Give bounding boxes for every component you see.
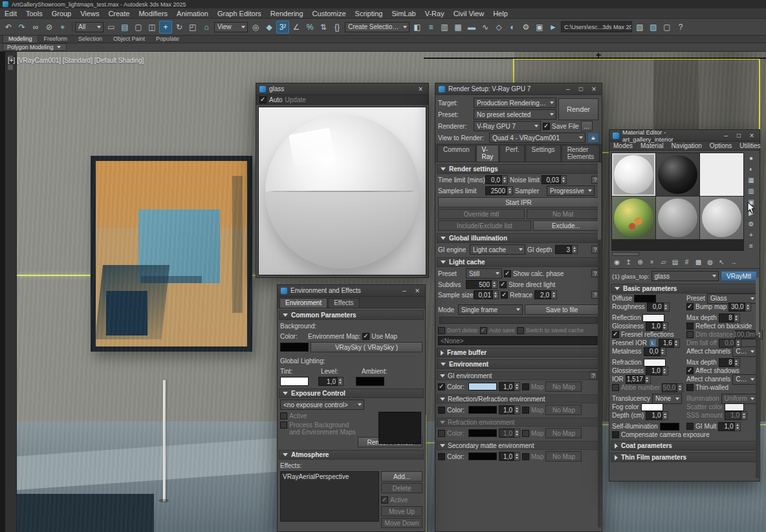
spinner-arrows-icon[interactable] bbox=[677, 383, 683, 392]
schematic-view-icon[interactable]: ◇ bbox=[492, 21, 505, 34]
isolate-selection-icon[interactable]: ▢ bbox=[661, 21, 673, 34]
minimize-icon[interactable] bbox=[564, 85, 573, 93]
refr-env-no-map-button[interactable]: No Map bbox=[545, 428, 582, 438]
sample-uv-tiling-icon[interactable]: ▥ bbox=[746, 186, 757, 196]
reset-map-icon[interactable]: × bbox=[646, 257, 657, 267]
tab-common[interactable]: Common bbox=[437, 145, 476, 162]
render-button[interactable]: Render bbox=[558, 98, 598, 120]
start-ipr-button[interactable]: Start IPR bbox=[438, 197, 599, 207]
menu-item[interactable]: Help bbox=[488, 9, 512, 18]
renderer-dropdown[interactable]: V-Ray GPU 7 bbox=[474, 121, 541, 131]
menu-item[interactable]: Material bbox=[637, 142, 668, 149]
fresnel-ior-spinner[interactable]: 1,6 bbox=[659, 339, 680, 348]
select-and-manipulate-icon[interactable]: ◆ bbox=[263, 21, 276, 34]
use-pivot-center-icon[interactable]: ◎ bbox=[249, 21, 262, 34]
matte-env-no-map-button[interactable]: No Map bbox=[545, 451, 582, 462]
mode-dropdown[interactable]: Single frame bbox=[458, 304, 523, 315]
tab-settings[interactable]: Settings bbox=[525, 145, 560, 162]
percent-snap-icon[interactable]: % bbox=[303, 21, 316, 34]
show-map-in-viewport-icon[interactable]: ▩ bbox=[693, 257, 704, 267]
abbe-number-checkbox[interactable] bbox=[612, 384, 619, 391]
select-and-place-icon[interactable]: ⌂ bbox=[200, 21, 213, 34]
angle-snap-icon[interactable]: ∠ bbox=[290, 21, 303, 34]
subdivs-spinner[interactable]: 500 bbox=[466, 280, 498, 289]
samples-limit-spinner[interactable]: 2500 bbox=[485, 186, 513, 195]
matte-env-color-swatch[interactable] bbox=[468, 452, 497, 460]
select-object-icon[interactable]: ▭ bbox=[105, 21, 118, 34]
video-color-check-icon[interactable]: ▣ bbox=[746, 197, 757, 207]
tab-effects[interactable]: Effects bbox=[328, 298, 359, 308]
spinner-arrows-icon[interactable] bbox=[492, 280, 498, 289]
menu-item[interactable]: Utilities bbox=[736, 142, 764, 149]
select-and-link-icon[interactable]: ∞ bbox=[29, 21, 42, 34]
menu-item[interactable]: SimLab bbox=[387, 9, 420, 18]
close-icon[interactable] bbox=[589, 85, 598, 93]
spinner-arrows-icon[interactable] bbox=[561, 175, 567, 184]
selection-filter-dropdown[interactable]: All bbox=[75, 22, 104, 32]
sampler-dropdown[interactable]: Progressive bbox=[547, 186, 595, 196]
reflection-glossiness-spinner[interactable]: 1,0 bbox=[646, 322, 668, 331]
refr-env-mult-spinner[interactable]: 1,0 bbox=[499, 429, 520, 438]
thin-walled-checkbox[interactable] bbox=[686, 384, 694, 391]
select-and-rotate-icon[interactable]: ↻ bbox=[173, 21, 186, 34]
tab-render-elements[interactable]: Render Elements bbox=[562, 145, 600, 162]
ior-spinner[interactable]: 1,517 bbox=[626, 375, 651, 384]
common-parameters-rollout[interactable]: Common Parameters bbox=[279, 310, 424, 320]
refl-env-mult-spinner[interactable]: 1,0 bbox=[499, 405, 520, 414]
minimize-icon[interactable] bbox=[400, 287, 409, 295]
gi-checkbox[interactable] bbox=[686, 423, 694, 430]
target-dropdown[interactable]: Production Rendering Mode bbox=[474, 98, 556, 108]
delete-effect-button[interactable]: Delete bbox=[381, 483, 422, 493]
spinner-arrows-icon[interactable] bbox=[338, 377, 344, 386]
spinner-arrows-icon[interactable] bbox=[664, 303, 670, 312]
fresnel-reflections-checkbox[interactable] bbox=[612, 331, 619, 338]
select-and-move-icon[interactable]: + bbox=[159, 21, 172, 34]
material-editor-titlebar[interactable]: Material Editor - art_gallery_interior bbox=[609, 130, 760, 142]
material-sample-slot[interactable] bbox=[700, 197, 743, 239]
help-icon[interactable]: ? bbox=[674, 21, 687, 34]
spinner-arrows-icon[interactable] bbox=[645, 375, 651, 384]
auto-update-checkbox[interactable] bbox=[259, 96, 267, 103]
reflect-backside-checkbox[interactable] bbox=[686, 323, 694, 330]
maximize-icon[interactable] bbox=[576, 85, 585, 93]
environment-rollout[interactable]: Environment bbox=[437, 359, 600, 369]
help-icon[interactable] bbox=[589, 372, 597, 379]
material-id-channel-icon[interactable]: # bbox=[681, 257, 692, 267]
material-sample-slot[interactable] bbox=[700, 153, 743, 196]
retrace-spinner[interactable]: 2,0 bbox=[534, 290, 557, 299]
make-material-copy-icon[interactable]: ▱ bbox=[658, 257, 669, 267]
render-setup-titlebar[interactable]: Render Setup: V-Ray GPU 7 bbox=[435, 83, 602, 95]
spinner-arrows-icon[interactable] bbox=[662, 322, 668, 331]
menu-item[interactable]: Scripting bbox=[351, 9, 388, 18]
matte-env-checkbox[interactable] bbox=[438, 453, 445, 460]
curve-editor-icon[interactable]: ∿ bbox=[479, 21, 492, 34]
auto-save-checkbox[interactable] bbox=[480, 327, 487, 334]
spinner-arrows-icon[interactable] bbox=[493, 290, 499, 299]
gi-env-color-swatch[interactable] bbox=[468, 383, 497, 390]
environment-map-button[interactable]: VRaySky ( VRaySky ) bbox=[311, 342, 422, 352]
menu-item[interactable]: Graph Editors bbox=[213, 9, 266, 18]
bind-to-space-warp-icon[interactable]: ⌖ bbox=[56, 21, 69, 34]
reflection-color-swatch[interactable] bbox=[642, 314, 664, 322]
menu-item[interactable]: Options bbox=[706, 142, 736, 149]
backlight-icon[interactable]: ◐ bbox=[746, 164, 757, 174]
roughness-spinner[interactable]: 0,0 bbox=[647, 303, 670, 312]
scatter-color-swatch[interactable] bbox=[725, 403, 744, 411]
metalness-spinner[interactable]: 0,0 bbox=[644, 347, 666, 356]
mult-spinner[interactable]: 1,0 bbox=[718, 422, 741, 431]
spinner-arrows-icon[interactable] bbox=[741, 411, 747, 420]
depth-cm-spinner[interactable]: 1,0 bbox=[646, 411, 668, 420]
align-icon[interactable]: ≡ bbox=[424, 21, 437, 34]
sample-type-icon[interactable]: ● bbox=[746, 153, 757, 163]
tab-environment[interactable]: Environment bbox=[279, 298, 327, 308]
atmosphere-rollout[interactable]: Atmosphere bbox=[279, 450, 424, 460]
mirror-icon[interactable]: ◧ bbox=[411, 21, 424, 34]
toggle-layer-explorer-icon[interactable]: ▦ bbox=[452, 21, 465, 34]
atmosphere-effect-item[interactable]: VRayAerialPerspective bbox=[283, 473, 349, 480]
ribbon-tab-modeling[interactable]: Modeling bbox=[3, 35, 38, 43]
go-to-parent-icon[interactable]: ↖ bbox=[716, 257, 727, 267]
show-calc-phase-checkbox[interactable] bbox=[504, 270, 511, 277]
spinner-arrows-icon[interactable] bbox=[572, 245, 578, 254]
illumination-dropdown[interactable]: Uniform bbox=[721, 394, 757, 404]
fog-color-swatch[interactable] bbox=[641, 403, 663, 411]
